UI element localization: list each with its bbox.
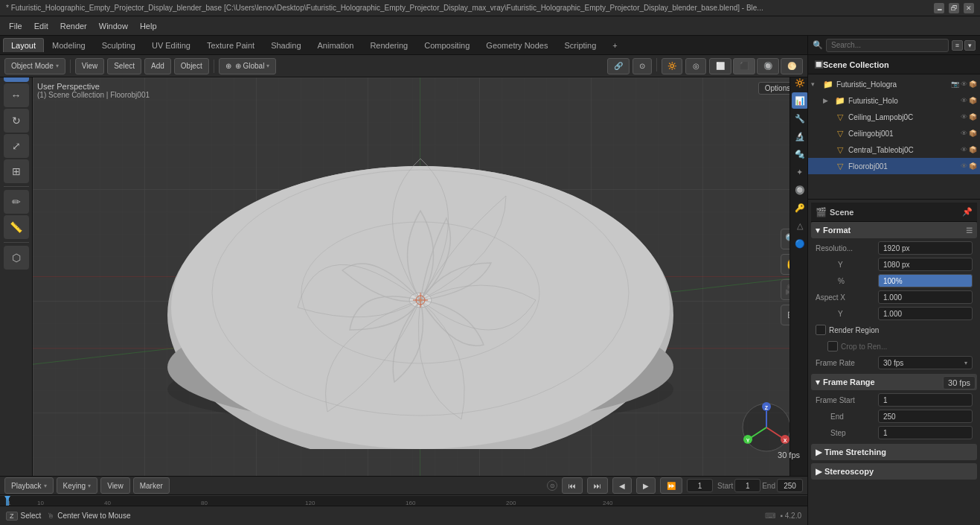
tab-uv-editing[interactable]: UV Editing — [144, 38, 199, 52]
object-mode-selector[interactable]: Object Mode ▾ — [4, 58, 65, 74]
scale-tool[interactable]: ⤢ — [4, 134, 29, 158]
move-tool[interactable]: ↔ — [4, 83, 29, 107]
view-timeline-menu[interactable]: View — [100, 477, 130, 494]
outliner-item-central-table[interactable]: ▽ Central_Tableobj0C 👁 📦 — [808, 141, 980, 158]
tab-layout[interactable]: Layout — [3, 38, 44, 52]
end-frame-input[interactable] — [777, 479, 803, 492]
prop-icon-modifiers[interactable]: 🔩 — [792, 146, 808, 162]
start-frame-input[interactable] — [734, 479, 760, 492]
add-cube-tool[interactable]: ⬡ — [4, 246, 29, 270]
item-render-1[interactable]: 📦 — [969, 97, 977, 104]
overlay-toggle[interactable]: 🔆 — [662, 58, 682, 74]
item-render-3[interactable]: 📦 — [969, 130, 977, 137]
tab-scripting[interactable]: Scripting — [556, 38, 604, 52]
menu-window[interactable]: Window — [93, 20, 134, 32]
tab-geometry-nodes[interactable]: Geometry Nodes — [478, 38, 556, 52]
measure-tool[interactable]: 📏 — [4, 215, 29, 239]
tab-sculpting[interactable]: Sculpting — [94, 38, 144, 52]
menu-help[interactable]: Help — [134, 20, 163, 32]
jump-to-start[interactable]: ⏮ — [562, 477, 583, 494]
wireframe-mode[interactable]: ⬜ — [709, 58, 731, 74]
tab-modeling[interactable]: Modeling — [44, 38, 94, 52]
pin-button[interactable]: 📌 — [962, 207, 973, 217]
filter-all[interactable]: ≡ — [952, 40, 963, 51]
item-render-0[interactable]: 📦 — [969, 80, 977, 88]
select-menu[interactable]: Select — [107, 58, 141, 74]
play-forward[interactable]: ▶ — [636, 477, 656, 494]
item-eye-5[interactable]: 👁 — [961, 162, 967, 170]
outliner-item-ceiling[interactable]: ▽ Ceilingobj001 👁 📦 — [808, 125, 980, 141]
stereoscopy-header[interactable]: ▶ Stereoscopy — [811, 463, 977, 480]
tab-texture-paint[interactable]: Texture Paint — [199, 38, 263, 52]
jump-to-prev-keyframe[interactable]: ⏭ — [587, 477, 608, 494]
frame-rate-dropdown[interactable]: 30 fps ▾ — [878, 356, 973, 369]
tab-animation[interactable]: Animation — [310, 38, 362, 52]
menu-render[interactable]: Render — [54, 20, 93, 32]
prop-icon-data[interactable]: △ — [792, 217, 808, 234]
item-render-4[interactable]: 📦 — [969, 146, 977, 153]
loop-toggle[interactable]: ⊙ — [547, 480, 557, 491]
item-eye-1[interactable]: 👁 — [961, 97, 967, 104]
frame-step-value[interactable]: 1 — [878, 426, 973, 439]
snap-toggle[interactable]: 🔗 — [607, 58, 630, 74]
outliner-item-ceiling-lamp[interactable]: ▽ Ceiling_Lampobj0C 👁 📦 — [808, 109, 980, 125]
proportional-edit[interactable]: ⊙ — [632, 58, 652, 74]
minimize-button[interactable]: 🗕 — [934, 3, 944, 13]
prop-icon-particles[interactable]: ✦ — [792, 164, 808, 180]
resolution-percent-value[interactable]: 100% — [878, 274, 973, 287]
aspect-y-value[interactable]: 1.000 — [878, 307, 973, 320]
aspect-x-value[interactable]: 1.000 — [878, 290, 973, 304]
item-camera-0[interactable]: 📷 — [951, 80, 959, 88]
transform-tool[interactable]: ⊞ — [4, 159, 29, 183]
prop-icon-material[interactable]: 🔵 — [792, 235, 808, 252]
jump-to-next-keyframe[interactable]: ⏩ — [660, 477, 682, 494]
outliner-item-futuristic-holo[interactable]: ▶ 📁 Futuristic_Holo 👁 📦 — [808, 92, 980, 109]
format-section-header[interactable]: ▾ Format ☰ — [811, 222, 977, 238]
keying-menu[interactable]: Keying ▾ — [57, 477, 98, 494]
play-backward[interactable]: ◀ — [612, 477, 632, 494]
prop-icon-world[interactable]: 🔧 — [792, 110, 808, 127]
viewport[interactable]: User Perspective (1) Scene Collection | … — [33, 77, 807, 476]
prop-icon-physics[interactable]: 🔘 — [792, 182, 808, 198]
frame-start-value[interactable]: 1 — [878, 393, 973, 407]
rotate-tool[interactable]: ↻ — [4, 109, 29, 133]
transform-global[interactable]: ⊕ ⊕ Global ▾ — [219, 58, 277, 74]
tab-shading[interactable]: Shading — [263, 38, 309, 52]
item-eye-4[interactable]: 👁 — [961, 146, 967, 153]
rendered-mode[interactable]: 🌕 — [781, 58, 803, 74]
tab-compositing[interactable]: Compositing — [416, 38, 478, 52]
tab-rendering[interactable]: Rendering — [362, 38, 416, 52]
prop-icon-object[interactable]: 🔬 — [792, 128, 808, 144]
menu-file[interactable]: File — [3, 20, 28, 32]
resolution-y-value[interactable]: 1080 px — [878, 258, 973, 271]
shading-toggle[interactable]: ◎ — [685, 58, 706, 74]
solid-mode[interactable]: ⬛ — [733, 58, 755, 74]
view-menu[interactable]: View — [75, 58, 105, 74]
annotate-tool[interactable]: ✏ — [4, 190, 29, 214]
current-frame-input[interactable] — [687, 479, 713, 492]
prop-icon-constraints[interactable]: 🔑 — [792, 200, 808, 216]
marker-menu[interactable]: Marker — [133, 477, 170, 494]
prop-icon-scene[interactable]: 📊 — [792, 92, 808, 109]
resolution-x-value[interactable]: 1920 px — [878, 241, 973, 255]
viewport-gizmo[interactable]: Z X Y — [740, 401, 792, 454]
time-stretching-header[interactable]: ▶ Time Stretching — [811, 444, 977, 460]
item-render-2[interactable]: 📦 — [969, 113, 977, 121]
playback-menu[interactable]: Playback ▾ — [4, 477, 54, 494]
frame-end-value[interactable]: 250 — [878, 410, 973, 423]
crop-render-checkbox[interactable] — [827, 341, 838, 351]
item-eye-2[interactable]: 👁 — [961, 113, 967, 121]
item-render-5[interactable]: 📦 — [969, 162, 977, 170]
outliner-item-floor[interactable]: ▽ Floorobj001 👁 📦 — [808, 158, 980, 174]
outliner-search-input[interactable] — [826, 39, 949, 52]
filter-toggle[interactable]: ▾ — [964, 40, 976, 51]
material-mode[interactable]: 🔘 — [757, 58, 779, 74]
maximize-button[interactable]: 🗗 — [949, 3, 959, 13]
render-region-checkbox[interactable] — [816, 325, 826, 335]
tab-add[interactable]: + — [604, 38, 625, 52]
outliner-item-futuristic[interactable]: ▾ 📁 Futuristic_Hologra 📷 👁 📦 — [808, 76, 980, 92]
item-eye-0[interactable]: 👁 — [961, 80, 967, 88]
close-button[interactable]: ✕ — [964, 3, 974, 13]
add-menu[interactable]: Add — [144, 58, 171, 74]
item-eye-3[interactable]: 👁 — [961, 130, 967, 137]
